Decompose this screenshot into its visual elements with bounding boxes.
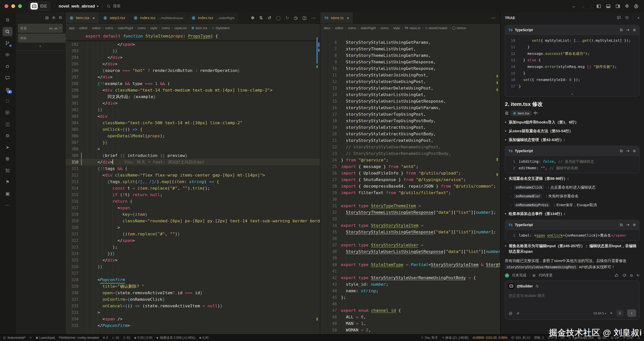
breadcrumb-item-style[interactable]: style <box>150 26 157 30</box>
breadcrumb-item-remov[interactable]: ◯remov <box>452 26 466 30</box>
hashtag-button[interactable]: # <box>517 311 519 315</box>
close-window-button[interactable] <box>5 4 8 8</box>
tab-index.tsx[interactable]: index.tsx.../hotWarehouse <box>130 12 187 23</box>
status--纳斯达克-2-008-2-45-[interactable]: ◆'纳斯达克 2.008 (+2.45%) <box>154 336 197 340</box>
next-change-icon[interactable]: ↻ <box>286 15 289 21</box>
tab-store.ts[interactable]: TSstore.ts× <box>320 12 353 23</box>
breadcrumb-item-siderRight[interactable]: siderRight <box>118 26 133 30</box>
copy-icon[interactable]: ⧉ <box>620 149 623 153</box>
file-chip[interactable]: item.tsx <box>511 111 532 116</box>
breadcrumb-item-coms[interactable]: coms <box>138 26 146 30</box>
tab-item.tsx[interactable]: item.tsx× <box>65 12 99 23</box>
status-You-昨天[interactable]: ✎You, 昨天 <box>419 336 440 340</box>
copy-icon[interactable]: ⧉ <box>620 28 623 32</box>
thumbs-down-icon[interactable] <box>622 273 626 278</box>
activity-settings-icon[interactable]: ⚙ <box>3 131 13 140</box>
toggle-right-panel-button[interactable] <box>616 4 620 9</box>
activity-zhi-icon[interactable]: 知 <box>3 166 13 175</box>
collapse-chevron-icon[interactable]: ∧ <box>505 91 639 96</box>
insert-icon[interactable]: ⇥ <box>626 28 629 32</box>
tab-step3.tsx[interactable]: step3.tsx <box>99 12 130 23</box>
breadcrumb-item-storeCreator[interactable]: ◇storeCreator <box>425 26 448 30</box>
activity-more-icon[interactable]: ⋯ <box>3 200 13 210</box>
code-editor[interactable]: export default function StyleItem(props:… <box>65 32 320 334</box>
regenerate-icon[interactable]: ↻ <box>636 273 639 278</box>
status-feature-antd-[interactable]: feature/antd* <box>1 336 28 339</box>
prev-change-icon[interactable]: ↺ <box>268 15 271 21</box>
breadcrumb-item-editor[interactable]: editor <box>79 26 88 30</box>
history-icon[interactable] <box>625 16 629 20</box>
activity-preview-icon[interactable] <box>3 50 13 59</box>
circle-icon[interactable]: ◯ <box>276 15 281 21</box>
match-case-toggle[interactable]: Aa <box>49 27 53 30</box>
copy-icon[interactable]: ⧉ <box>630 273 633 278</box>
activity-run-icon[interactable] <box>3 108 13 117</box>
apply-icon[interactable]: ⊕ <box>633 28 636 32</box>
activity-search-icon[interactable] <box>3 27 13 36</box>
activity-chat-icon[interactable] <box>3 73 13 82</box>
status-51[interactable]: ⓘ51 <box>121 336 132 339</box>
apply-icon[interactable]: ⊕ <box>633 149 636 153</box>
status-行-310-列-13[interactable]: 行 310, 列 13 <box>509 336 532 340</box>
breadcrumb-item-editor[interactable]: editor <box>335 26 343 30</box>
status-拼读-21-小时前-[interactable]: ↺拼读 (21 小时前) <box>440 336 470 340</box>
breadcrumb-item-store.ts[interactable]: TSstore.ts <box>405 26 420 30</box>
regex-toggle[interactable]: .* <box>59 27 61 30</box>
status-空格-2[interactable]: 空格: 2 <box>532 336 546 340</box>
activity-send-icon[interactable]: ➤ <box>3 143 13 152</box>
new-chat-icon[interactable] <box>617 16 621 20</box>
status-0-00[interactable]: ◆0.00 <box>197 336 211 339</box>
sparkle-icon[interactable]: ✦ <box>610 311 613 315</box>
copy-icon[interactable]: ⧉ <box>620 223 623 227</box>
send-button[interactable]: ↑ <box>627 309 636 317</box>
git-compare-icon[interactable]: ⇅ <box>259 15 263 21</box>
breadcrumb-item-coms[interactable]: coms <box>162 26 170 30</box>
more-actions-icon[interactable]: ⋯ <box>491 15 496 21</box>
maximize-window-button[interactable] <box>18 4 22 8</box>
model-selector[interactable]: GLM-5 ▾ <box>594 311 606 315</box>
search-details-toggle[interactable]: ∨ <box>15 45 65 48</box>
breadcrumb-item-StyleItem[interactable]: ◇StyleItem <box>212 26 230 30</box>
status-AU9999-1152-00-0-08-[interactable]: AU9999: 1152.00 -0.08% <box>470 336 509 339</box>
global-search[interactable]: 搜索 <box>107 4 120 9</box>
breadcrumb-item-app[interactable]: app <box>69 26 75 30</box>
activity-panel-icon[interactable]: □ <box>3 96 13 106</box>
mention-button[interactable]: @ <box>509 311 512 315</box>
activity-extensions-icon[interactable]: ⊞4 <box>3 85 13 94</box>
thumbs-up-icon[interactable] <box>615 273 619 278</box>
status-Launchpad[interactable]: ▣Launchpad <box>34 336 57 339</box>
search-input[interactable] <box>20 26 49 30</box>
breadcrumb-item-coms[interactable]: coms <box>348 26 356 30</box>
code-changes-link[interactable]: 代码变更 <box>539 273 553 278</box>
minimize-window-button[interactable] <box>11 4 15 8</box>
close-tab-icon[interactable]: × <box>347 16 349 20</box>
code-editor[interactable]: 6 StoryStoryStyleListUsingGetParams,7 st… <box>320 32 500 334</box>
activity-atom-icon[interactable] <box>3 154 13 163</box>
status-0-00-0-00[interactable]: ◆0.00 | 0.00 <box>132 336 154 339</box>
activity-package-icon[interactable]: ▣ <box>3 189 13 198</box>
activity-split-view-icon[interactable]: ◫ <box>3 119 13 129</box>
agent-tools-icon[interactable] <box>535 284 539 288</box>
status-sync[interactable]: ↻ <box>28 336 34 339</box>
activity-flag-icon[interactable]: ⚑ <box>3 177 13 187</box>
activity-explorer-icon[interactable]: ⧉ <box>3 15 13 25</box>
breadcrumb-item-item.tsx[interactable]: item.tsx <box>191 26 208 30</box>
agent-name[interactable]: @Builder <box>517 284 533 288</box>
insert-icon[interactable]: ⇥ <box>626 223 629 227</box>
more-actions-icon[interactable]: ⋯ <box>311 15 315 21</box>
timeline-icon[interactable]: ◷ <box>294 15 298 21</box>
split-editor-icon[interactable]: ◫ <box>302 15 306 21</box>
breadcrumb-item-styleList[interactable]: styleList <box>174 26 187 30</box>
activity-debug-icon[interactable] <box>3 62 13 71</box>
nav-forward-button[interactable]: → <box>581 4 585 9</box>
insert-icon[interactable]: ⇥ <box>626 149 629 153</box>
tab-index.tsx[interactable]: index.tsx.../siderRight <box>187 12 239 23</box>
nav-back-button[interactable]: ← <box>572 4 576 9</box>
activity-source-control-icon[interactable] <box>3 38 13 48</box>
toggle-left-panel-button[interactable] <box>596 4 601 9</box>
close-panel-icon[interactable]: × <box>637 16 639 20</box>
project-switcher[interactable]: novel_web_abroad ▾ <box>59 4 98 9</box>
search-action-icon-0[interactable]: ▤ <box>45 15 49 20</box>
search-action-icon-1[interactable]: ⊕ <box>52 15 56 20</box>
breadcrumb-item-editor[interactable]: editor <box>92 26 101 30</box>
